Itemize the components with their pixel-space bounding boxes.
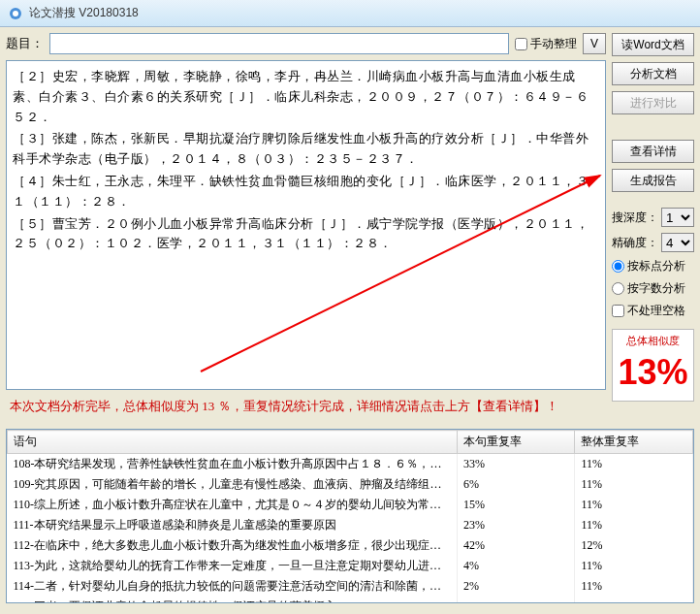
radio-punct[interactable]: 按标点分析 (612, 258, 694, 275)
radio-chars[interactable]: 按字数分析 (612, 280, 694, 297)
nospace-input[interactable] (612, 305, 624, 317)
table-row[interactable]: 113-为此，这就给婴幼儿的抚育工作带来一定难度，一旦一旦注意定期对婴幼儿进行常… (8, 556, 693, 576)
table-row[interactable]: 115-三者，要保证儿童饮食起居的规律性，保证充足的营养摄入。7%11% (8, 597, 693, 603)
depth-select[interactable]: 1 (661, 208, 694, 227)
col-sentence-rate[interactable]: 本句重复率 (457, 431, 575, 454)
table-row[interactable]: 112-在临床中，绝大多数患儿血小板计数升高为继发性血小板增多症，很少出现症状，… (8, 535, 693, 556)
table-row[interactable]: 110-综上所述，血小板计数升高症状在儿童中，尤其是０～４岁的婴幼儿间较为常见，… (8, 495, 693, 515)
manual-sort-checkbox[interactable]: 手动整理 (515, 36, 577, 52)
similarity-box: 总体相似度 13% (612, 329, 694, 402)
col-sentence[interactable]: 语句 (8, 431, 458, 454)
nospace-label: 不处理空格 (627, 303, 685, 319)
nospace-checkbox[interactable]: 不处理空格 (612, 303, 694, 319)
view-detail-button[interactable]: 查看详情 (612, 140, 694, 163)
read-word-button[interactable]: 读Word文档 (612, 33, 694, 56)
reference-line: ［４］朱士红，王永志，朱理平．缺铁性贫血骨髓巨核细胞的变化［Ｊ］．临床医学，２０… (13, 172, 599, 212)
reference-text-area[interactable]: ［２］史宏，李晓辉，周敏，李晓静，徐鸣，李丹，冉丛兰．川崎病血小板升高与血清血小… (6, 60, 606, 390)
reference-line: ［３］张建，陈杰，张新民．早期抗凝治疗脾切除后继发性血小板升高的疗效分析［Ｊ］．… (13, 129, 599, 170)
accuracy-label: 精确度： (612, 235, 658, 251)
generate-report-button[interactable]: 生成报告 (612, 169, 694, 192)
radio-punct-label: 按标点分析 (627, 258, 685, 275)
radio-chars-input[interactable] (612, 282, 624, 295)
manual-sort-label: 手动整理 (530, 36, 577, 52)
table-row[interactable]: 109-究其原因，可能随着年龄的增长，儿童患有慢性感染、血液病、肿瘤及结缔组织疾… (8, 474, 693, 495)
depth-label: 搜深度： (612, 210, 658, 226)
reference-line: ［２］史宏，李晓辉，周敏，李晓静，徐鸣，李丹，冉丛兰．川崎病血小板升高与血清血小… (13, 67, 599, 127)
manual-sort-input[interactable] (515, 38, 527, 50)
analyze-button[interactable]: 分析文档 (612, 62, 694, 85)
table-row[interactable]: 108-本研究结果发现，营养性缺铁性贫血在血小板计数升高原因中占１８．６％，另外… (8, 454, 693, 475)
table-row[interactable]: 114-二者，针对婴幼儿自身的抵抗力较低的问题需要注意活动空间的清洁和除菌，防止… (8, 576, 693, 597)
window-title: 论文潜搜 V20180318 (29, 5, 139, 21)
svg-point-1 (13, 11, 18, 16)
col-total-rate[interactable]: 整体重复率 (575, 431, 693, 454)
compare-button: 进行对比 (612, 91, 694, 114)
app-icon (8, 6, 23, 21)
result-table-wrap: 语句 本句重复率 整体重复率 108-本研究结果发现，营养性缺铁性贫血在血小板计… (6, 429, 694, 603)
reference-line: ［５］曹宝芳．２０例小儿血小板异常升高临床分析［Ｊ］．咸宁学院学报（医学版），２… (13, 214, 599, 255)
result-table: 语句 本句重复率 整体重复率 108-本研究结果发现，营养性缺铁性贫血在血小板计… (7, 430, 693, 603)
radio-chars-label: 按字数分析 (627, 280, 685, 297)
titlebar: 论文潜搜 V20180318 (0, 0, 700, 27)
summary-line: 本次文档分析完毕，总体相似度为 13 ％，重复情况统计完成，详细情况请点击上方【… (6, 390, 606, 423)
title-label: 题目： (6, 35, 44, 52)
similarity-label: 总体相似度 (617, 334, 689, 348)
similarity-value: 13% (617, 348, 689, 397)
accuracy-select[interactable]: 4 (661, 233, 694, 252)
radio-punct-input[interactable] (612, 260, 624, 273)
v-button[interactable]: V (583, 33, 606, 54)
title-input[interactable] (49, 33, 509, 54)
table-row[interactable]: 111-本研究结果显示上呼吸道感染和肺炎是儿童感染的重要原因23%11% (8, 515, 693, 535)
